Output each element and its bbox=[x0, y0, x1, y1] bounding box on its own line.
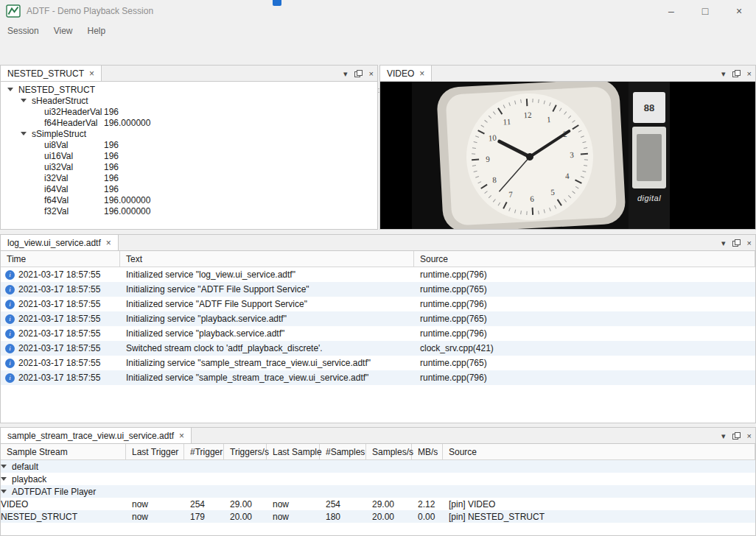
tree-label: sSimpleStruct bbox=[32, 129, 86, 139]
log-row[interactable]: i2021-03-17 18:57:55Initializing service… bbox=[1, 356, 755, 370]
side-card-picture bbox=[637, 134, 662, 181]
tab-log-view[interactable]: log_view.ui_service.adtf × bbox=[1, 235, 119, 250]
column-header-sample-count[interactable]: #Samples bbox=[320, 444, 366, 459]
tree-label: ui8Val bbox=[44, 140, 68, 150]
log-source: runtime.cpp(765) bbox=[414, 284, 755, 295]
log-table: Time Text Source i2021-03-17 18:57:55Ini… bbox=[1, 251, 755, 423]
log-text: Initialized service "log_view.ui_service… bbox=[120, 269, 414, 280]
tab-close-icon[interactable]: × bbox=[419, 68, 424, 79]
trace-row[interactable]: VIDEO now25429.00now25429.002.12[pin] VI… bbox=[1, 498, 755, 510]
nested-struct-tabbar: NESTED_STRUCT × ▾ × bbox=[1, 66, 377, 82]
column-header-last-trigger[interactable]: Last Trigger bbox=[126, 444, 184, 459]
chevron-down-icon[interactable] bbox=[21, 99, 27, 102]
log-row[interactable]: i2021-03-17 18:57:55Initialized service … bbox=[1, 370, 755, 385]
panel-close-icon[interactable]: × bbox=[747, 69, 752, 78]
tab-label: log_view.ui_service.adtf bbox=[7, 238, 101, 248]
panel-float-icon[interactable] bbox=[354, 70, 363, 77]
log-source: runtime.cpp(796) bbox=[414, 373, 755, 383]
tree-row[interactable]: ui32Val196 bbox=[1, 161, 377, 172]
tree-row[interactable]: i64Val196 bbox=[1, 183, 377, 194]
log-view-panel: log_view.ui_service.adtf × ▾ × Time Text… bbox=[0, 234, 756, 423]
tab-close-icon[interactable]: × bbox=[179, 431, 184, 441]
panel-close-icon[interactable]: × bbox=[369, 69, 374, 78]
info-icon: i bbox=[5, 329, 15, 339]
tree-row[interactable]: ui8Val196 bbox=[1, 139, 377, 150]
column-header-mb-per-s[interactable]: MB/s bbox=[412, 444, 443, 459]
panel-menu-icon[interactable]: ▾ bbox=[721, 239, 726, 248]
log-time: 2021-03-17 18:57:55 bbox=[18, 269, 100, 280]
trace-row[interactable]: default bbox=[1, 460, 755, 473]
tab-close-icon[interactable]: × bbox=[106, 238, 111, 248]
trace-row[interactable]: playback bbox=[1, 473, 755, 485]
minimize-button[interactable]: – bbox=[654, 0, 688, 22]
tab-sample-stream-trace[interactable]: sample_stream_trace_view.ui_service.adtf… bbox=[1, 428, 192, 443]
log-text: Initializing service "playback.service.a… bbox=[120, 314, 414, 324]
column-header-source[interactable]: Source bbox=[443, 444, 755, 459]
cell-triggers-per-s: 29.00 bbox=[224, 499, 267, 509]
tree-row[interactable]: ui16Val196 bbox=[1, 150, 377, 161]
log-row[interactable]: i2021-03-17 18:57:55Initializing service… bbox=[1, 282, 755, 297]
tree-row[interactable]: NESTED_STRUCT bbox=[1, 84, 377, 95]
close-button[interactable]: × bbox=[722, 0, 756, 22]
panel-float-icon[interactable] bbox=[732, 70, 741, 77]
chevron-down-icon[interactable] bbox=[7, 88, 13, 91]
stream-name: default bbox=[12, 462, 38, 472]
side-card: 88 bbox=[633, 92, 665, 123]
column-header-samples-per-s[interactable]: Samples/s bbox=[366, 444, 412, 459]
cell-source: [pin] NESTED_STRUCT bbox=[443, 512, 755, 522]
column-header-sample-stream[interactable]: Sample Stream bbox=[1, 444, 126, 459]
cell-mb-per-s: 2.12 bbox=[412, 499, 443, 509]
panel-close-icon[interactable]: × bbox=[747, 431, 752, 440]
trace-row[interactable]: NESTED_STRUCT now17920.00now18020.000.00… bbox=[1, 510, 755, 523]
panel-menu-icon[interactable]: ▾ bbox=[343, 69, 348, 79]
column-header-trigger-count[interactable]: #Trigger bbox=[184, 444, 224, 459]
trace-row[interactable]: ADTFDAT File Player bbox=[1, 485, 755, 498]
maximize-button[interactable]: □ bbox=[688, 0, 722, 22]
tree-row[interactable]: ui32HeaderVal196 bbox=[1, 106, 377, 117]
log-row[interactable]: i2021-03-17 18:57:55Initialized service … bbox=[1, 326, 755, 341]
nested-struct-tree: NESTED_STRUCT sHeaderStruct ui32HeaderVa… bbox=[1, 82, 377, 229]
tree-row[interactable]: f64HeaderVal196.000000 bbox=[1, 117, 377, 128]
column-header-source[interactable]: Source bbox=[414, 251, 755, 267]
column-header-text[interactable]: Text bbox=[120, 251, 414, 267]
log-row[interactable]: i2021-03-17 18:57:55Initialized service … bbox=[1, 297, 755, 311]
menu-view[interactable]: View bbox=[46, 22, 80, 39]
column-header-last-sample[interactable]: Last Sample bbox=[267, 444, 320, 459]
panel-close-icon[interactable]: × bbox=[747, 239, 752, 247]
chevron-down-icon[interactable] bbox=[21, 132, 27, 135]
panel-menu-icon[interactable]: ▾ bbox=[721, 431, 726, 441]
column-header-triggers-per-s[interactable]: Triggers/s bbox=[224, 444, 267, 459]
panel-float-icon[interactable] bbox=[732, 432, 741, 440]
menubar: Session View Help bbox=[0, 22, 756, 39]
tree-value: 196.000000 bbox=[104, 118, 150, 128]
tab-label: sample_stream_trace_view.ui_service.adtf bbox=[7, 431, 174, 441]
log-source: clock_srv.cpp(421) bbox=[414, 343, 755, 353]
log-row[interactable]: i2021-03-17 18:57:55Initialized service … bbox=[1, 267, 755, 282]
tree-row[interactable]: sHeaderStruct bbox=[1, 95, 377, 106]
tree-row[interactable]: i32Val196 bbox=[1, 172, 377, 183]
cell-triggers-per-s: 20.00 bbox=[224, 512, 267, 522]
log-row[interactable]: i2021-03-17 18:57:55Initializing service… bbox=[1, 311, 755, 326]
trace-tabbar: sample_stream_trace_view.ui_service.adtf… bbox=[1, 428, 755, 444]
chevron-down-icon[interactable] bbox=[1, 465, 7, 468]
log-time: 2021-03-17 18:57:55 bbox=[18, 314, 100, 324]
tab-nested-struct[interactable]: NESTED_STRUCT × bbox=[1, 66, 102, 81]
menu-session[interactable]: Session bbox=[0, 22, 46, 39]
chevron-down-icon[interactable] bbox=[1, 477, 7, 481]
panel-float-icon[interactable] bbox=[732, 239, 741, 247]
tree-row[interactable]: f32Val196.000000 bbox=[1, 205, 377, 216]
tree-label: i64Val bbox=[44, 184, 68, 194]
panel-menu-icon[interactable]: ▾ bbox=[721, 69, 726, 79]
tree-row[interactable]: sSimpleStruct bbox=[1, 128, 377, 139]
column-header-time[interactable]: Time bbox=[1, 251, 120, 267]
tree-row[interactable]: f64Val196.000000 bbox=[1, 194, 377, 205]
menu-help[interactable]: Help bbox=[80, 22, 113, 39]
chevron-down-icon[interactable] bbox=[1, 490, 7, 493]
svg-text:11: 11 bbox=[503, 117, 511, 127]
app-icon bbox=[6, 4, 21, 18]
log-tabbar: log_view.ui_service.adtf × ▾ × bbox=[1, 235, 755, 251]
log-source: runtime.cpp(796) bbox=[414, 269, 755, 280]
tab-video[interactable]: VIDEO × bbox=[380, 66, 432, 81]
log-row[interactable]: i2021-03-17 18:57:55Switched stream cloc… bbox=[1, 341, 755, 356]
tab-close-icon[interactable]: × bbox=[89, 68, 94, 79]
